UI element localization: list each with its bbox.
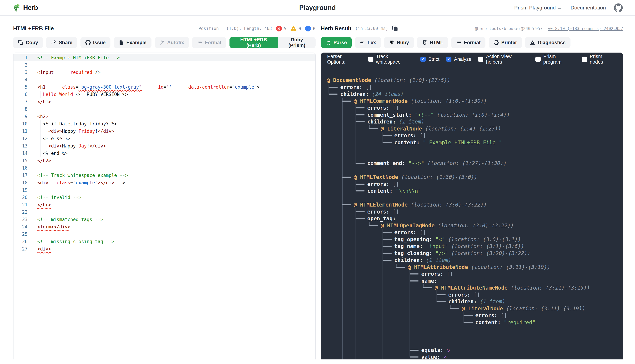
- line-number: 14: [14, 150, 33, 157]
- tree-guide-line: [340, 146, 354, 153]
- tree-row: [327, 194, 623, 202]
- button-label: HTML: [430, 40, 443, 45]
- build-id: @herb-tools/browser@2402c957: [475, 26, 543, 31]
- parser-option-track-whitespace[interactable]: Track whitespace: [368, 54, 414, 65]
- diagnostics-button[interactable]: Diagnostics: [525, 37, 570, 48]
- ruby-prism-button[interactable]: Ruby (Prism): [278, 37, 315, 48]
- code-content: <div class="example"></div >: [33, 179, 125, 186]
- tree-row: comment_start: "<!--" (location: (1:0)-(…: [327, 112, 623, 118]
- unchecked-checkbox[interactable]: [582, 56, 587, 62]
- tree-indent: [367, 132, 381, 139]
- code-content: <h2>: [33, 113, 48, 120]
- share-button[interactable]: Share: [46, 37, 77, 48]
- code-line-6[interactable]: 6 Hello World <%= RUBY_VERSION %>: [14, 91, 315, 98]
- code-line-19[interactable]: 19: [14, 186, 315, 194]
- copy-button[interactable]: Copy: [13, 37, 43, 48]
- tree-row: [327, 340, 623, 347]
- parser-option-strict[interactable]: ✓Strict: [420, 54, 440, 65]
- code-line-20[interactable]: 20<!-- invalid -->: [14, 194, 315, 201]
- htmlerb-herb-button[interactable]: HTML+ERB (Herb): [229, 37, 278, 48]
- example-button[interactable]: Example: [114, 37, 151, 48]
- language-toggle: HTML+ERB (Herb)Ruby (Prism): [229, 37, 315, 48]
- unchecked-checkbox[interactable]: [368, 56, 374, 62]
- nav-link-documentation[interactable]: Documentation: [570, 5, 606, 11]
- tree-row: [327, 326, 623, 333]
- tree-indent: [394, 270, 408, 278]
- html-button[interactable]: HTML: [417, 37, 448, 48]
- code-line-12[interactable]: 12 <% else %>: [14, 135, 315, 142]
- code-line-21[interactable]: 21</br>: [14, 201, 315, 208]
- tree-indent: [367, 264, 381, 271]
- issue-button[interactable]: Issue: [81, 37, 111, 48]
- parser-option-prism-nodes[interactable]: Prism nodes: [582, 54, 617, 65]
- code-line-22[interactable]: 22: [14, 208, 315, 216]
- parse-button[interactable]: Parse: [321, 37, 352, 48]
- tree-branch: [340, 174, 354, 180]
- tree-guide-line: [354, 354, 367, 360]
- option-label: Prism nodes: [590, 54, 617, 65]
- code-line-1[interactable]: 1<!-- Example HTML+ERB File -->: [14, 54, 315, 61]
- code-line-23[interactable]: 23<!-- mismatched tags -->: [14, 216, 315, 223]
- code-line-24[interactable]: 24<form></div>: [14, 223, 315, 230]
- tree-guide-line: [354, 256, 367, 264]
- code-line-26[interactable]: 26<!-- missing closing tag -->: [14, 238, 315, 245]
- tree-indent: [327, 284, 340, 291]
- format-result-button[interactable]: Format: [451, 37, 485, 48]
- code-line-16[interactable]: 16: [14, 164, 315, 172]
- brand[interactable]: Herb: [13, 3, 38, 12]
- code-line-10[interactable]: 10 <% if Date.today.friday? %>: [14, 120, 315, 128]
- ruby-button[interactable]: Ruby: [384, 37, 414, 48]
- tree-indent: [327, 112, 340, 118]
- checked-checkbox[interactable]: ✓: [446, 56, 451, 62]
- result-panel-title: Herb Result: [321, 26, 351, 32]
- tree-guide-line: [354, 146, 367, 153]
- code-line-9[interactable]: 9<h2>: [14, 113, 315, 120]
- tree-indent: [327, 104, 340, 112]
- code-line-27[interactable]: 27<div>: [14, 245, 315, 252]
- code-line-13[interactable]: 13 <div>Happy Day!</div>: [14, 142, 315, 150]
- code-line-25[interactable]: 25: [14, 230, 315, 238]
- error-count: 5: [284, 26, 286, 31]
- printer-button[interactable]: Printer: [489, 37, 522, 48]
- tree-indent: [435, 319, 448, 326]
- tree-indent: [367, 139, 381, 146]
- version-link[interactable]: v0.8.10 (+183 commits) 2402c957: [548, 26, 623, 31]
- code-line-2[interactable]: 2: [14, 61, 315, 69]
- checked-checkbox[interactable]: ✓: [420, 56, 426, 62]
- code-line-3[interactable]: 3<input required />: [14, 69, 315, 76]
- tree-guide-line: [340, 278, 354, 284]
- parser-option-analyze[interactable]: ✓Analyze: [446, 54, 472, 65]
- parser-option-action-view-helpers[interactable]: Action View helpers: [478, 54, 529, 65]
- nav-link-prism-playground[interactable]: Prism Playground →: [514, 5, 562, 11]
- tree-guide-line: [340, 125, 354, 132]
- unchecked-checkbox[interactable]: [478, 56, 483, 62]
- tree-guide-line: [354, 139, 367, 146]
- tree-indent: [367, 319, 381, 326]
- line-number: 3: [14, 69, 33, 76]
- parser-option-prism-program[interactable]: Prism program: [535, 54, 575, 65]
- github-icon[interactable]: [614, 3, 623, 12]
- code-line-4[interactable]: 4: [14, 76, 315, 84]
- code-editor[interactable]: 1<!-- Example HTML+ERB File -->23<input …: [13, 52, 315, 360]
- tree-guide-line: [381, 270, 394, 278]
- tree-branch: [354, 215, 367, 222]
- tree-row: [327, 146, 623, 153]
- code-line-5[interactable]: 5<h1 class='bg-gray-300 text-gray" id=''…: [14, 84, 315, 91]
- info-count-badge: 0: [305, 26, 315, 32]
- code-line-7[interactable]: 7</h1>: [14, 98, 315, 106]
- tree-row: errors: []: [327, 132, 623, 139]
- copy-result-icon[interactable]: [392, 26, 398, 32]
- code-line-17[interactable]: 17<!-- Track whitespace example -->: [14, 172, 315, 179]
- indent-guide: [40, 142, 41, 150]
- tree-branch: [435, 298, 448, 305]
- tree-indent: [327, 174, 340, 180]
- code-line-14[interactable]: 14 <% end %>: [14, 150, 315, 157]
- lex-button[interactable]: Lex: [355, 37, 381, 48]
- unchecked-checkbox[interactable]: [535, 56, 541, 62]
- code-content: <!-- Example HTML+ERB File -->: [33, 54, 120, 61]
- code-line-11[interactable]: 11 <div>Happy Friday!</div>: [14, 128, 315, 135]
- code-line-15[interactable]: 15</h2>: [14, 157, 315, 164]
- ast-tree[interactable]: @ DocumentNode (location: (1:0)-(27:5))e…: [321, 66, 623, 360]
- code-line-8[interactable]: 8: [14, 106, 315, 113]
- code-line-18[interactable]: 18<div class="example"></div >: [14, 179, 315, 186]
